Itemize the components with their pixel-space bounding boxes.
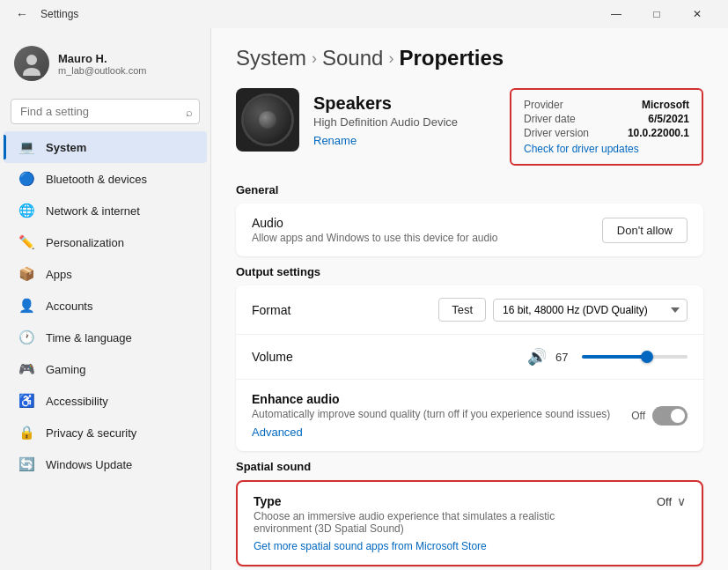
enhance-toggle[interactable]: [652, 406, 688, 426]
bluetooth-nav-icon: 🔵: [18, 170, 35, 188]
volume-label: Volume: [252, 350, 293, 364]
format-select[interactable]: 16 bit, 44100 Hz (CD Quality)16 bit, 480…: [493, 299, 688, 322]
search-input[interactable]: [11, 99, 200, 124]
enhance-toggle-wrap: Off: [631, 406, 688, 426]
sidebar-item-personalization[interactable]: ✏️Personalization: [4, 226, 207, 258]
avatar-icon: [19, 51, 44, 76]
privacy-nav-icon: 🔒: [18, 424, 35, 441]
sidebar-item-time[interactable]: 🕐Time & language: [4, 322, 207, 353]
user-email: m_lab@outlook.com: [58, 65, 146, 76]
sidebar-label-network: Network & internet: [46, 204, 140, 218]
sidebar-item-accounts[interactable]: 👤Accounts: [4, 290, 207, 322]
speaker-left: Speakers High Definition Audio Device Re…: [236, 88, 458, 152]
titlebar: ← Settings — □ ✕: [0, 0, 728, 28]
format-controls: Test 16 bit, 44100 Hz (CD Quality)16 bit…: [438, 298, 688, 322]
user-info: Mauro H. m_lab@outlook.com: [58, 52, 146, 76]
sidebar-item-accessibility[interactable]: ♿Accessibility: [4, 385, 207, 417]
volume-row: Volume 🔊 67: [236, 335, 703, 380]
breadcrumb-system: System: [236, 46, 306, 70]
time-nav-icon: 🕐: [18, 329, 35, 346]
provider-value: Microsoft: [642, 99, 689, 111]
sidebar-label-accessibility: Accessibility: [46, 395, 108, 408]
provider-label: Provider: [524, 99, 563, 111]
sidebar-label-apps: Apps: [46, 268, 72, 281]
sidebar-label-personalization: Personalization: [46, 236, 124, 249]
advanced-link[interactable]: Advanced: [252, 426, 610, 439]
minimize-button[interactable]: —: [596, 0, 636, 28]
test-button[interactable]: Test: [438, 298, 486, 322]
sidebar-label-privacy: Privacy & security: [46, 426, 136, 440]
apps-nav-icon: 📦: [18, 265, 35, 283]
spatial-sound-card: Type Choose an immersive audio experienc…: [236, 480, 703, 566]
driver-version-label: Driver version: [524, 127, 589, 139]
sidebar-item-update[interactable]: 🔄Windows Update: [4, 448, 207, 480]
update-nav-icon: 🔄: [18, 455, 35, 473]
check-driver-updates-link[interactable]: Check for driver updates: [524, 143, 689, 155]
breadcrumb-properties: Properties: [399, 46, 504, 70]
format-row: Format Test 16 bit, 44100 Hz (CD Quality…: [236, 285, 703, 335]
sidebar-label-system: System: [46, 141, 86, 154]
speaker-info-text: Speakers High Definition Audio Device Re…: [313, 93, 458, 147]
spatial-right[interactable]: Off ∨: [615, 494, 686, 508]
breadcrumb-sep-1: ›: [312, 49, 317, 68]
enhance-left: Enhance audio Automatically improve soun…: [252, 392, 610, 439]
enhance-audio-desc: Automatically improve sound quality (tur…: [252, 408, 610, 420]
speaker-rename-link[interactable]: Rename: [313, 134, 458, 147]
spatial-store-link[interactable]: Get more spatial sound apps from Microso…: [254, 540, 615, 552]
volume-controls: 🔊 67: [527, 347, 688, 366]
audio-row: Audio Allow apps and Windows to use this…: [252, 216, 688, 244]
back-button[interactable]: ←: [11, 4, 33, 25]
spatial-type-label: Type: [254, 494, 615, 508]
maximize-button[interactable]: □: [636, 0, 677, 28]
volume-value: 67: [555, 351, 573, 364]
gaming-nav-icon: 🎮: [18, 360, 35, 378]
main-content: System › Sound › Properties Speakers Hig…: [211, 28, 728, 570]
volume-icon: 🔊: [527, 347, 547, 366]
spatial-section-label: Spatial sound: [236, 460, 703, 473]
sidebar-item-gaming[interactable]: 🎮Gaming: [4, 353, 207, 385]
sidebar-label-accounts: Accounts: [46, 300, 92, 313]
volume-slider[interactable]: [582, 355, 688, 359]
sidebar-item-system[interactable]: 💻System: [4, 131, 207, 163]
sidebar-label-time: Time & language: [46, 331, 132, 344]
sidebar-item-bluetooth[interactable]: 🔵Bluetooth & devices: [4, 163, 207, 195]
audio-description: Allow apps and Windows to use this devic…: [252, 232, 498, 244]
spatial-type-value: Off: [657, 495, 672, 508]
spatial-left: Type Choose an immersive audio experienc…: [254, 494, 615, 552]
enhance-audio-title: Enhance audio: [252, 392, 610, 406]
enhance-audio-row: Enhance audio Automatically improve soun…: [236, 380, 703, 451]
search-icon: ⌕: [186, 105, 193, 118]
driver-info-box: Provider Microsoft Driver date 6/5/2021 …: [510, 88, 703, 166]
spatial-type-desc: Choose an immersive audio experience tha…: [254, 510, 615, 535]
format-label: Format: [252, 303, 290, 317]
breadcrumb-sound: Sound: [322, 46, 383, 70]
svg-point-1: [23, 68, 40, 76]
general-section-label: General: [236, 183, 703, 196]
dont-allow-button[interactable]: Don't allow: [602, 218, 688, 243]
driver-date-label: Driver date: [524, 113, 576, 125]
sidebar-label-bluetooth: Bluetooth & devices: [46, 173, 147, 186]
speaker-device-icon: [236, 88, 299, 152]
avatar: [14, 46, 49, 81]
breadcrumb: System › Sound › Properties: [236, 46, 703, 70]
user-profile: Mauro H. m_lab@outlook.com: [0, 35, 210, 92]
driver-date-value: 6/5/2021: [648, 113, 689, 125]
sidebar-label-update: Windows Update: [46, 458, 132, 471]
speaker-description: High Definition Audio Device: [313, 115, 458, 129]
speaker-section: Speakers High Definition Audio Device Re…: [236, 88, 703, 166]
output-section-label: Output settings: [236, 265, 703, 278]
sidebar-item-apps[interactable]: 📦Apps: [4, 258, 207, 290]
enhance-off-label: Off: [631, 410, 645, 422]
sidebar-item-privacy[interactable]: 🔒Privacy & security: [4, 417, 207, 448]
nav-list: 💻System🔵Bluetooth & devices🌐Network & in…: [0, 131, 210, 480]
svg-point-0: [26, 55, 37, 65]
accounts-nav-icon: 👤: [18, 297, 35, 315]
sidebar-label-gaming: Gaming: [46, 363, 86, 376]
speaker-name: Speakers: [313, 93, 458, 114]
sidebar-item-network[interactable]: 🌐Network & internet: [4, 195, 207, 226]
search-box: ⌕: [11, 99, 200, 124]
network-nav-icon: 🌐: [18, 202, 35, 219]
close-button[interactable]: ✕: [677, 0, 717, 28]
sidebar: Mauro H. m_lab@outlook.com ⌕ 💻System🔵Blu…: [0, 28, 211, 570]
audio-title: Audio: [252, 216, 498, 230]
